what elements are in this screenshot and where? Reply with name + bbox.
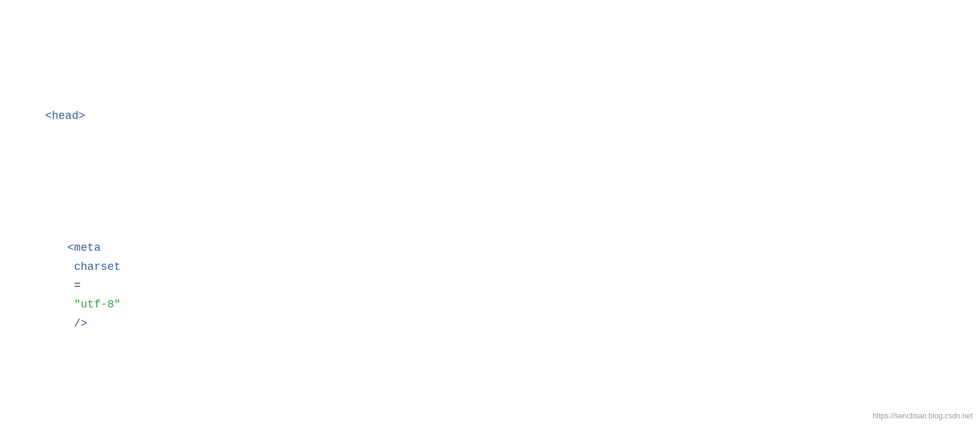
code-display: <head> <meta charset = "utf-8" /> <title… <box>19 12 961 427</box>
attr-charset-value: "utf-8" <box>67 298 120 311</box>
equals-sign: = <box>67 279 81 291</box>
tag-head-open: <head> <box>45 110 85 122</box>
tag-meta: <meta <box>67 242 101 254</box>
tag-meta-close: /> <box>67 317 87 330</box>
attr-charset-name: charset <box>67 261 120 273</box>
line-head-open: <head> <box>19 87 961 144</box>
watermark: https://sencbsao.blog.csdn.net <box>873 410 973 422</box>
line-meta: <meta charset = "utf-8" /> <box>19 220 961 352</box>
